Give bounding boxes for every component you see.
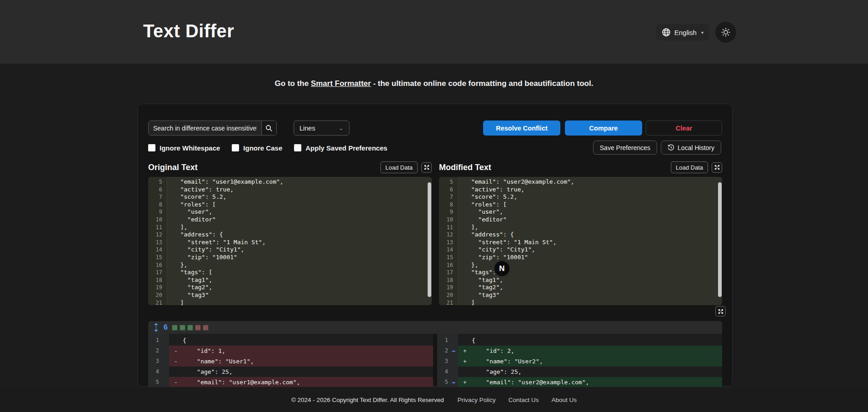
line-text: "street": "1 Main St", (458, 239, 557, 246)
diff-jump-arrow[interactable] (449, 367, 458, 377)
line-text: "active": true, (167, 186, 234, 194)
editor-line: 6 "active": true, (148, 186, 432, 194)
search-input[interactable] (149, 121, 261, 135)
diff-jump-arrow[interactable] (160, 335, 169, 346)
modified-editor[interactable]: 5 "email": "user2@example.com", 6 "activ… (439, 177, 722, 305)
diff-jump-arrow[interactable] (449, 335, 458, 346)
diff-jump-arrow[interactable] (449, 356, 458, 367)
theme-toggle-button[interactable] (715, 22, 736, 43)
line-text: "tag1", (458, 276, 503, 284)
diff-block[interactable] (187, 325, 193, 331)
diff-line-text: "age": 25, (183, 367, 233, 377)
diff-jump-arrow[interactable] (160, 377, 169, 387)
diff-row: 1 { (148, 335, 433, 346)
modified-panel: Modified Text Load Data 5 "email": "user… (439, 160, 722, 305)
line-number: 13 (148, 239, 167, 246)
diff-block[interactable] (195, 325, 201, 331)
line-text: "editor" (167, 216, 216, 224)
diff-row: 4 "age": 25, (437, 367, 722, 377)
diff-pane-left[interactable]: 1 { 2 - "id": 1, 3 - "name": "User1", 4 … (148, 334, 433, 387)
local-history-button[interactable]: Local History (661, 141, 721, 155)
modified-editor-scrollbar[interactable] (718, 182, 722, 297)
editor-line: 20 "tag3" (148, 291, 432, 299)
modified-expand-button[interactable] (712, 162, 722, 173)
language-label: English (674, 29, 697, 36)
save-preferences-button[interactable]: Save Preferences (593, 141, 657, 155)
editor-line: 17 "tags": [ (148, 269, 432, 276)
line-text: }, (458, 261, 478, 269)
diff-jump-arrow[interactable]: → (449, 346, 458, 356)
original-editor-scrollbar[interactable] (428, 182, 431, 297)
resolve-conflict-button[interactable]: Resolve Conflict (483, 121, 560, 136)
line-number: 11 (439, 224, 458, 231)
editor-line: 21 ] (148, 299, 432, 306)
original-expand-button[interactable] (421, 162, 432, 173)
diff-block[interactable] (172, 325, 178, 331)
checkbox-label: Apply Saved Preferences (305, 144, 387, 152)
footer-link[interactable]: Privacy Policy (458, 397, 496, 403)
search-group (148, 121, 277, 136)
line-text: "score": 5.2, (458, 193, 517, 201)
search-button[interactable] (261, 121, 276, 135)
diff-sign (458, 335, 472, 346)
checkbox[interactable] (148, 144, 155, 151)
checkbox-option[interactable]: Apply Saved Preferences (294, 144, 387, 152)
editor-line: 18 "tag1", (148, 276, 432, 284)
line-text: ], (458, 224, 478, 231)
diff-block[interactable] (203, 325, 209, 331)
line-text: "score": 5.2, (167, 193, 226, 201)
editor-line: 13 "street": "1 Main St", (148, 239, 432, 246)
editor-line: 8 "roles": [ (439, 201, 722, 209)
globe-icon (662, 28, 671, 37)
original-editor[interactable]: 5 "email": "user1@example.com", 6 "activ… (148, 177, 432, 305)
original-load-data-button[interactable]: Load Data (380, 161, 418, 173)
line-number: 6 (439, 186, 458, 194)
line-text: }, (167, 261, 187, 269)
smart-formatter-link[interactable]: Smart Formatter (311, 79, 371, 88)
editor-line: 15 "zip": "10001" (148, 254, 432, 261)
line-text: "tag2", (167, 284, 212, 291)
diff-jump-arrow[interactable] (160, 356, 169, 367)
modified-load-data-button[interactable]: Load Data (671, 161, 708, 173)
diff-panes: 1 { 2 - "id": 1, 3 - "name": "User1", 4 … (148, 334, 722, 387)
footer-link[interactable]: Contact Us (509, 397, 539, 403)
diff-jump-arrow[interactable]: → (449, 377, 458, 387)
diff-sign: - (169, 377, 183, 387)
line-text: "email": "user2@example.com", (458, 178, 574, 186)
diff-jump-arrow[interactable] (160, 367, 169, 377)
editor-line: 6 "active": true, (439, 186, 722, 194)
diff-block[interactable] (180, 325, 185, 331)
diff-row: 3 - "name": "User1", (148, 356, 433, 367)
copyright-text: © 2024 - 2026 Copyright Text Differ. All… (291, 397, 444, 403)
diff-mode-select[interactable]: Lines ⌄ (294, 121, 349, 136)
diff-row: 2 - "id": 1, (148, 346, 433, 356)
editor-line: 13 "street": "1 Main St", (439, 239, 722, 246)
diff-line-text: "id": 2, (472, 346, 514, 356)
line-number: 18 (439, 276, 458, 284)
footer: © 2024 - 2026 Copyright Text Differ. All… (0, 388, 868, 412)
clear-button[interactable]: Clear (646, 121, 722, 136)
line-text: "editor" (458, 216, 507, 224)
line-text: "tag1", (167, 276, 212, 284)
footer-link[interactable]: About Us (552, 397, 577, 403)
language-selector[interactable]: English ▾ (656, 24, 709, 40)
diff-navigate-icon[interactable] (153, 323, 160, 332)
checkbox[interactable] (294, 144, 301, 151)
checkbox-label: Ignore Case (243, 144, 282, 152)
footer-links: Privacy Policy Contact Us About Us (458, 397, 577, 403)
diff-expand-button[interactable] (715, 306, 726, 317)
editor-line: 11 ], (439, 224, 722, 231)
editor-line: 11 ], (148, 224, 432, 231)
diff-pane-right[interactable]: 1 { 2 → + "id": 2, 3 + "name": "User2", … (437, 334, 722, 387)
checkbox-option[interactable]: Ignore Whitespace (148, 144, 220, 152)
checkbox-option[interactable]: Ignore Case (232, 144, 282, 152)
checkbox[interactable] (232, 144, 239, 151)
line-number: 20 (148, 291, 167, 299)
chevron-down-icon: ▾ (701, 30, 703, 35)
line-number: 17 (148, 269, 167, 276)
compare-button[interactable]: Compare (565, 121, 642, 136)
line-number: 10 (148, 216, 167, 224)
diff-line-text: "email": "user1@example.com", (183, 377, 300, 387)
diff-jump-arrow[interactable] (160, 346, 169, 356)
line-number: 21 (439, 299, 458, 306)
